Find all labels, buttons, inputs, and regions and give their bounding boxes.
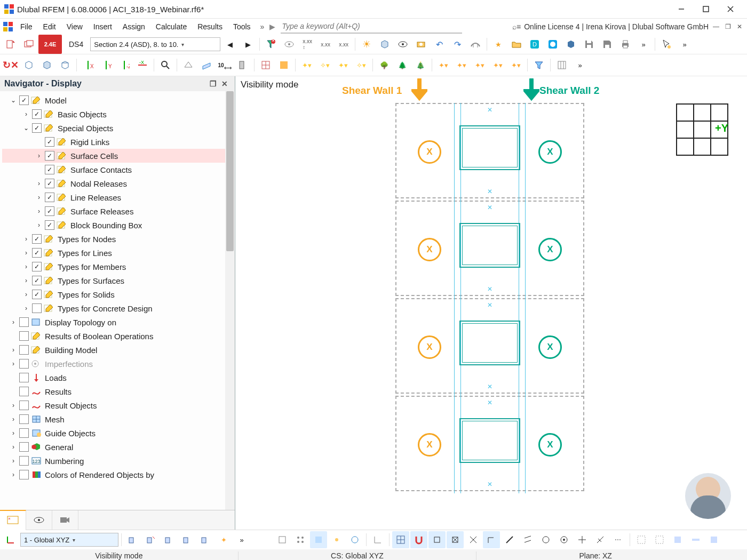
bt-g3[interactable] (669, 531, 686, 548)
menu-calculate[interactable]: Calculate (150, 20, 192, 33)
tb2-overflow[interactable]: » (571, 57, 589, 74)
bt-snap1[interactable] (274, 531, 291, 548)
tree-checkbox[interactable]: ✓ (45, 165, 54, 174)
tb2-sel2[interactable]: ✧▾ (316, 57, 333, 74)
mdi-restore-icon[interactable]: ❐ (724, 22, 732, 31)
cs-dropdown[interactable]: 1 - Global XYZ ▾ (20, 533, 118, 547)
menu-results[interactable]: Results (192, 20, 228, 33)
close-button[interactable] (718, 0, 743, 18)
tb-version-badge[interactable]: 2.4E (38, 35, 62, 54)
tb2-axis-z[interactable]: -Z (116, 57, 133, 74)
tree-item-block-bounding-box[interactable]: ›✓Block Bounding Box (2, 218, 235, 232)
mdi-minimize-icon[interactable]: — (712, 22, 720, 31)
tree-checkbox[interactable]: ✓ (45, 137, 54, 147)
bt-snap5[interactable] (346, 531, 363, 548)
tree-item-rigid-links[interactable]: ✓Rigid Links (2, 135, 235, 149)
menu-file[interactable]: File (15, 20, 38, 33)
tree-item-model[interactable]: ⌄✓Model (2, 93, 235, 107)
tree-twisty-icon[interactable]: › (35, 152, 43, 159)
tb-print[interactable] (617, 36, 634, 53)
tree-checkbox[interactable]: ✓ (45, 193, 54, 202)
tb-folder[interactable] (508, 36, 525, 53)
tb-dim2[interactable]: x.xx (317, 36, 334, 53)
tree-twisty-icon[interactable]: › (10, 318, 17, 326)
tb-app2[interactable] (544, 36, 561, 53)
tb2-grid[interactable] (553, 57, 570, 74)
panel-close-icon[interactable]: ✕ (219, 79, 231, 88)
tb-dim1[interactable]: x.xx↕ (299, 36, 316, 53)
tree-checkbox[interactable] (19, 331, 29, 341)
bt-snap2[interactable] (292, 531, 309, 548)
tree-twisty-icon[interactable]: › (35, 180, 43, 187)
tb2-scale[interactable]: 10⟷ (216, 57, 233, 74)
tree-twisty-icon[interactable]: › (10, 471, 17, 478)
bt-s-circ2[interactable] (555, 531, 573, 548)
tb-star[interactable]: ★ (490, 36, 507, 53)
tb-eye2[interactable] (394, 36, 411, 53)
tree-item-nodal-releases[interactable]: ›✓Nodal Releases (2, 177, 235, 190)
bt-s-rect[interactable] (428, 531, 446, 548)
tb-box[interactable] (562, 36, 579, 53)
tree-twisty-icon[interactable]: › (22, 263, 30, 270)
tree-twisty-icon[interactable]: › (22, 305, 30, 312)
tb2-tree1[interactable]: 🌳 (376, 57, 393, 74)
menu-tools[interactable]: Tools (228, 20, 256, 33)
tree-item-results[interactable]: Results (2, 385, 235, 398)
tree-twisty-icon[interactable]: › (10, 457, 17, 465)
tb2-mesh2[interactable] (275, 57, 292, 74)
app-menu-icon[interactable] (3, 22, 13, 31)
tree-checkbox[interactable]: ✓ (45, 179, 54, 188)
tb2-sel3[interactable]: ✦▾ (335, 57, 352, 74)
tb-filter-flag[interactable] (263, 36, 280, 53)
bt-b4[interactable] (179, 531, 196, 548)
tree-item-basic-objects[interactable]: ›✓Basic Objects (2, 107, 235, 121)
tree-checkbox[interactable] (19, 317, 29, 327)
menu-edit[interactable]: Edit (38, 20, 61, 33)
tree-item-types-for-surfaces[interactable]: ›✓Types for Surfaces (2, 274, 235, 287)
tb2-opt5[interactable]: ✦▾ (507, 57, 525, 74)
tb-overflow2[interactable]: » (676, 36, 693, 53)
tree-item-result-objects[interactable]: ›Result Objects (2, 398, 235, 412)
bt-grid[interactable] (392, 531, 409, 548)
menu-insert[interactable]: Insert (88, 20, 117, 33)
tb2-opt2[interactable]: ✦▾ (453, 57, 470, 74)
bt-g2[interactable] (651, 531, 668, 548)
panel-dock-icon[interactable]: ❐ (207, 79, 219, 88)
tree-twisty-icon[interactable]: › (22, 277, 30, 284)
tree-twisty-icon[interactable]: › (10, 429, 17, 437)
bt-axis[interactable] (369, 531, 386, 548)
tree-checkbox[interactable] (19, 428, 29, 438)
tree-item-imperfections[interactable]: ›Imperfections (2, 357, 235, 371)
bt-b2[interactable] (142, 531, 160, 548)
tb-redo[interactable]: ↷ (449, 36, 466, 53)
tb-eye-dim[interactable] (281, 36, 298, 53)
tb2-section[interactable] (234, 57, 251, 74)
menu-assign[interactable]: Assign (117, 20, 150, 33)
navigator-tab-video[interactable] (52, 510, 78, 530)
quick-search-input[interactable] (281, 21, 462, 31)
tb2-axis-neg[interactable]: -X (134, 57, 151, 74)
tb-sun[interactable]: ☀ (358, 36, 375, 53)
bt-g5[interactable] (705, 531, 722, 548)
bt-overflow1[interactable]: » (233, 531, 250, 548)
tree-twisty-icon[interactable]: › (22, 249, 30, 257)
tb2-iso3[interactable] (57, 57, 74, 74)
tb-app1[interactable]: D (526, 36, 543, 53)
tb-bridge[interactable] (467, 36, 484, 53)
bt-b3[interactable] (161, 531, 178, 548)
tree-item-building-model[interactable]: ›Building Model (2, 343, 235, 357)
tree-item-types-for-concrete-design[interactable]: ›Types for Concrete Design (2, 301, 235, 315)
tree-item-types-for-members[interactable]: ›✓Types for Members (2, 260, 235, 274)
tb-next[interactable]: ▶ (240, 36, 257, 53)
tree-checkbox[interactable]: ✓ (32, 262, 42, 271)
tree-item-special-objects[interactable]: ⌄✓Special Objects (2, 121, 235, 135)
bt-snap4[interactable] (328, 531, 345, 548)
tb2-microscope[interactable] (157, 57, 174, 74)
bt-g4[interactable] (687, 531, 704, 548)
tb-save-as[interactable] (599, 36, 616, 53)
quick-search[interactable] (281, 20, 462, 34)
tree-twisty-icon[interactable]: › (35, 194, 43, 201)
tree-checkbox[interactable]: ✓ (32, 234, 42, 244)
tree-item-types-for-solids[interactable]: ›✓Types for Solids (2, 287, 235, 301)
bt-snap3[interactable] (310, 531, 327, 548)
